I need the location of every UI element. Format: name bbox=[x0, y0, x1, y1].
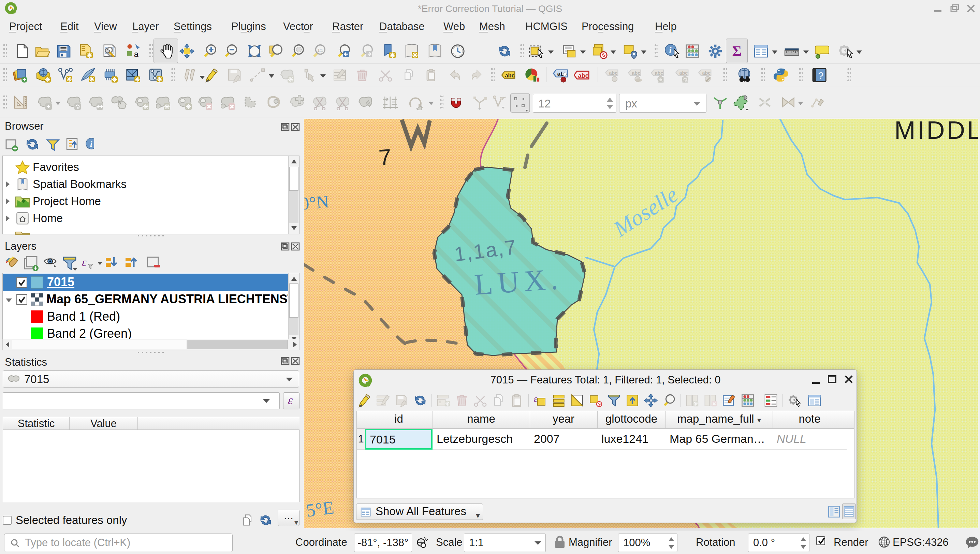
svg-text:ε: ε bbox=[82, 256, 87, 269]
svg-text:7: 7 bbox=[378, 144, 392, 170]
svg-text:0°N: 0°N bbox=[304, 192, 330, 213]
svg-text:MIDDL: MIDDL bbox=[894, 119, 978, 144]
svg-text:i: i bbox=[90, 140, 92, 148]
svg-text:ε: ε bbox=[534, 394, 538, 404]
svg-text:5°E: 5°E bbox=[305, 497, 335, 521]
svg-text:LUX.: LUX. bbox=[473, 262, 563, 301]
